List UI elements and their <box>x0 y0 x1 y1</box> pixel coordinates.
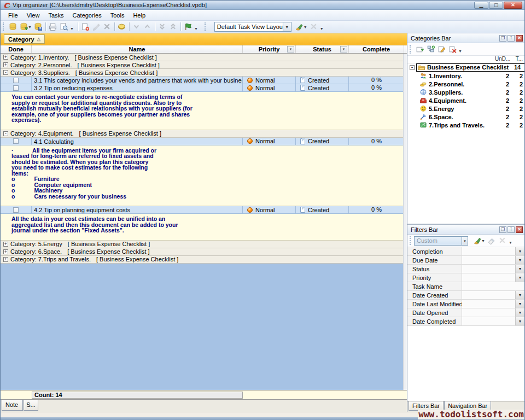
filter-value[interactable] <box>462 308 515 317</box>
filter-dropdown-button[interactable]: ▼ <box>515 308 524 317</box>
tab-s[interactable]: S... <box>24 400 38 411</box>
expand-icon[interactable]: + <box>3 249 8 254</box>
maximize-button[interactable]: ▢ <box>489 2 503 9</box>
customize-layout-button[interactable] <box>294 22 305 32</box>
collapse-icon[interactable]: - <box>3 131 8 136</box>
menu-file[interactable]: File <box>4 11 22 20</box>
task-row[interactable]: 3.1 This category includes your vends an… <box>1 77 404 84</box>
toolbar-overflow-icon[interactable]: ▼ <box>320 27 324 31</box>
task-name-cell[interactable]: 3.2 Tip on reducing expenses <box>32 84 243 91</box>
view-layout-button[interactable] <box>183 22 194 32</box>
filter-dropdown-button[interactable]: ▼ <box>515 247 524 255</box>
new-database-button[interactable] <box>7 22 18 32</box>
filter-value[interactable] <box>462 273 515 282</box>
task-status-cell[interactable]: Created <box>296 206 349 213</box>
category-row[interactable]: +Category: 7.Trips and Travels.[ Busines… <box>1 256 404 264</box>
expand-icon[interactable]: + <box>3 257 8 262</box>
dropdown-chevron-icon[interactable]: ▼ <box>304 25 307 29</box>
layout-combo[interactable]: Default Task View Layout ▼ <box>214 22 291 32</box>
task-priority-cell[interactable]: Normal <box>243 138 296 145</box>
new-task-button[interactable] <box>80 22 91 32</box>
categories-bar-restore-button[interactable]: ❐ <box>499 35 506 42</box>
task-name-cell[interactable]: 4.2 Tip on planning equipment costs <box>32 206 243 213</box>
tree-column-total[interactable]: T... <box>510 56 524 63</box>
menu-help[interactable]: Help <box>129 11 150 20</box>
task-checkbox[interactable] <box>13 138 19 144</box>
collapse-icon[interactable]: - <box>3 70 8 75</box>
open-database-button[interactable] <box>18 22 29 32</box>
filter-dropdown-button[interactable]: ▼ <box>515 273 524 282</box>
tree-item[interactable]: 4.Equipment.22 <box>407 96 524 104</box>
filters-bar-restore-button[interactable]: ❐ <box>499 226 506 233</box>
apply-filter-button[interactable] <box>471 236 482 246</box>
task-row[interactable]: 3.2 Tip on reducing expensesNormalCreate… <box>1 84 404 92</box>
filter-preset-value[interactable]: Custom <box>414 236 462 246</box>
filter-dropdown-button[interactable]: ▼ <box>515 256 524 264</box>
filter-preset-combo[interactable]: Custom ▼ <box>414 236 468 246</box>
save-database-button[interactable] <box>33 22 44 32</box>
column-header-name[interactable]: Name <box>32 45 243 53</box>
new-category-button[interactable] <box>414 44 425 55</box>
task-checkbox[interactable] <box>13 78 19 83</box>
grid-vertical-scrollbar[interactable] <box>403 54 407 390</box>
menu-categories[interactable]: Categories <box>68 11 106 20</box>
tree-item[interactable]: 7.Trips and Travels.22 <box>407 121 524 129</box>
task-priority-cell[interactable]: Normal <box>243 84 296 91</box>
delete-category-button[interactable] <box>447 44 458 55</box>
category-row[interactable]: +Category: 2.Personnel.[ Business Expens… <box>1 61 404 69</box>
category-row[interactable]: +Category: 1.Inventory.[ Business Expens… <box>1 54 404 61</box>
tree-column-undone[interactable]: UnD... <box>495 56 510 63</box>
filter-preset-dropdown[interactable]: ▼ <box>462 236 468 246</box>
print-button[interactable] <box>48 22 59 32</box>
column-header-done[interactable]: Done <box>1 45 32 53</box>
task-status-cell[interactable]: Created <box>296 138 349 145</box>
tree-item[interactable]: -Business Expense Checklist1414 <box>407 63 524 72</box>
categories-bar-pin-button[interactable]: ⊺ <box>508 35 515 42</box>
toolbar-overflow-icon[interactable]: ▼ <box>458 49 462 53</box>
filter-dropdown-button[interactable]: ▼ <box>515 317 524 325</box>
filter-value[interactable] <box>462 282 524 290</box>
category-row[interactable]: -Category: 3.Suppliers.[ Business Expens… <box>1 69 404 77</box>
task-name-cell[interactable]: 3.1 This category includes your vends an… <box>32 77 243 84</box>
expand-icon[interactable]: + <box>3 55 8 60</box>
tree-item[interactable]: 3.Suppliers.22 <box>407 88 524 96</box>
task-name-cell[interactable]: 4.1 Calculating <box>32 138 243 145</box>
category-row[interactable]: +Category: 5.Energy[ Business Expense Ch… <box>1 241 404 248</box>
filter-value[interactable] <box>462 265 515 273</box>
group-by-category-chip[interactable]: Category △ <box>4 34 45 44</box>
new-subcategory-button[interactable] <box>425 44 436 55</box>
tree-item[interactable]: 1.Inventory.22 <box>407 72 524 80</box>
menu-tools[interactable]: Tools <box>106 11 129 20</box>
tree-item[interactable]: 6.Space.22 <box>407 113 524 121</box>
task-checkbox[interactable] <box>13 85 19 91</box>
filter-value[interactable] <box>462 317 515 325</box>
task-row[interactable]: 4.1 CalculatingNormalCreated0 % <box>1 138 404 145</box>
tab-note[interactable]: Note <box>2 400 23 411</box>
filter-dropdown-button[interactable]: ▼ <box>515 265 524 273</box>
filter-value[interactable] <box>462 256 515 264</box>
close-button[interactable]: ✕ <box>504 2 522 9</box>
toolbar-overflow-icon[interactable]: ▼ <box>509 241 512 244</box>
menu-tasks[interactable]: Tasks <box>44 11 68 20</box>
collapse-icon[interactable]: - <box>410 65 415 70</box>
menu-view[interactable]: View <box>22 11 44 20</box>
expand-icon[interactable]: + <box>3 62 8 67</box>
tree-item[interactable]: 5.Energy22 <box>407 104 524 113</box>
priority-filter-dropdown[interactable]: ▼ <box>287 46 294 52</box>
filters-bar-pin-button[interactable]: ⊺ <box>508 226 515 233</box>
task-priority-cell[interactable]: Normal <box>243 77 296 84</box>
filters-bar-close-button[interactable]: ✕ <box>516 226 523 233</box>
layout-combo-dropdown[interactable]: ▼ <box>283 22 291 32</box>
category-row[interactable]: -Category: 4.Equipment.[ Business Expens… <box>1 130 404 138</box>
category-row[interactable]: +Category: 6.Space.[ Business Expense Ch… <box>1 248 404 256</box>
task-row[interactable]: 4.2 Tip on planning equipment costsNorma… <box>1 206 404 214</box>
status-filter-dropdown[interactable]: ▼ <box>340 46 347 52</box>
filter-value[interactable] <box>462 291 515 299</box>
minimize-button[interactable]: ▁ <box>474 2 488 9</box>
expand-icon[interactable]: + <box>3 242 8 247</box>
edit-category-button[interactable] <box>436 44 447 55</box>
clear-filter-button[interactable] <box>486 236 497 246</box>
toolbar-overflow-icon[interactable]: ▼ <box>194 27 198 31</box>
filter-value[interactable] <box>462 247 515 255</box>
layout-combo-value[interactable]: Default Task View Layout <box>214 22 283 32</box>
